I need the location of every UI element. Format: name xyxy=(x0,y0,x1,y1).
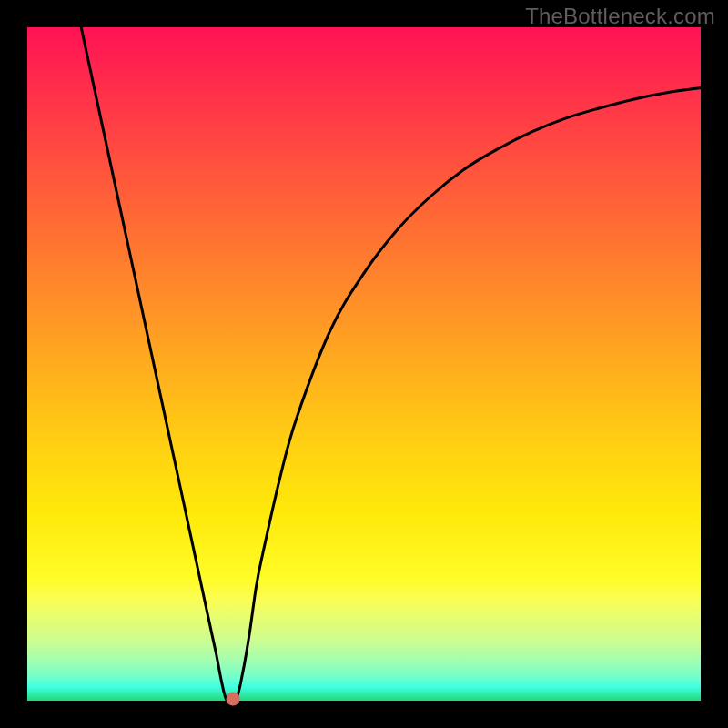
bottleneck-curve xyxy=(81,27,701,703)
curve-svg xyxy=(27,27,701,701)
watermark-text: TheBottleneck.com xyxy=(525,4,715,29)
minimum-marker xyxy=(226,692,239,705)
chart-frame: TheBottleneck.com xyxy=(0,0,728,728)
plot-area xyxy=(27,27,701,701)
